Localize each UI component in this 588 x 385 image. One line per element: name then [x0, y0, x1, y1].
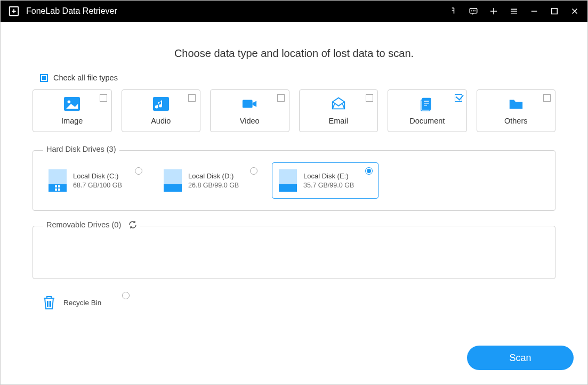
menu-icon[interactable] — [509, 6, 519, 17]
type-card-email[interactable]: Email — [299, 89, 378, 132]
svg-point-3 — [473, 11, 474, 11]
check-all-checkbox[interactable] — [40, 74, 48, 82]
recycle-bin-icon — [42, 294, 56, 311]
share-icon[interactable] — [448, 6, 458, 17]
recycle-bin-row[interactable]: Recycle Bin — [42, 294, 555, 311]
type-checkbox[interactable] — [366, 94, 373, 102]
title-right — [448, 6, 580, 17]
add-icon[interactable] — [488, 6, 499, 17]
removable-drives-label: Removable Drives (0) — [43, 220, 140, 229]
svg-point-4 — [475, 11, 476, 11]
type-checkbox[interactable] — [455, 94, 462, 102]
drive-radio[interactable] — [365, 167, 373, 175]
drive-radio[interactable] — [135, 167, 142, 175]
type-label: Email — [329, 117, 348, 125]
svg-rect-12 — [424, 103, 429, 103]
hard-drives-section: Hard Disk Drives (3) Local Disk (C:) 68.… — [33, 150, 555, 211]
svg-rect-18 — [58, 189, 60, 191]
scan-button[interactable]: Scan — [467, 346, 574, 370]
recycle-bin-label: Recycle Bin — [63, 299, 101, 307]
drive-icon — [279, 169, 297, 192]
audio-icon — [153, 96, 169, 111]
hard-drives-label-text: Hard Disk Drives (3) — [46, 145, 116, 153]
drive-name: Local Disk (C:) — [73, 172, 122, 180]
drive-name: Local Disk (E:) — [303, 172, 354, 180]
svg-rect-17 — [55, 189, 57, 191]
drive-card-e[interactable]: Local Disk (E:) 35.7 GB/99.0 GB — [272, 162, 378, 199]
type-label: Others — [504, 117, 528, 125]
titlebar: FoneLab Data Retriever — [1, 1, 587, 22]
type-label: Document — [409, 117, 445, 125]
svg-point-7 — [68, 100, 71, 103]
drive-icon — [164, 169, 182, 192]
type-card-video[interactable]: Video — [210, 89, 289, 132]
image-icon — [64, 96, 80, 111]
file-types-row: Image Audio Video Email — [33, 89, 555, 132]
type-card-document[interactable]: Document — [388, 89, 467, 132]
maximize-icon[interactable] — [549, 6, 560, 17]
drive-icon — [49, 169, 67, 192]
drive-name: Local Disk (D:) — [188, 172, 239, 180]
svg-point-2 — [472, 11, 472, 11]
feedback-icon[interactable] — [468, 6, 479, 17]
check-all-label: Check all file types — [53, 73, 118, 82]
type-card-image[interactable]: Image — [33, 89, 112, 132]
type-card-audio[interactable]: Audio — [122, 89, 201, 132]
svg-rect-15 — [55, 185, 57, 187]
refresh-icon[interactable] — [128, 220, 137, 229]
recycle-radio[interactable] — [122, 292, 130, 299]
removable-drives-section: Removable Drives (0) — [33, 226, 555, 279]
app-logo-icon — [8, 5, 20, 17]
type-label: Image — [61, 117, 83, 125]
document-icon — [419, 96, 435, 111]
email-icon — [331, 96, 347, 111]
type-checkbox[interactable] — [188, 94, 196, 102]
svg-rect-16 — [58, 185, 60, 187]
title-left: FoneLab Data Retriever — [8, 5, 117, 17]
drive-card-d[interactable]: Local Disk (D:) 26.8 GB/99.0 GB — [157, 162, 263, 199]
video-icon — [241, 96, 257, 111]
svg-rect-9 — [243, 100, 253, 108]
type-card-others[interactable]: Others — [477, 89, 556, 132]
svg-rect-11 — [424, 101, 429, 101]
svg-rect-13 — [424, 105, 428, 105]
type-label: Audio — [151, 117, 171, 125]
drive-size: 35.7 GB/99.0 GB — [303, 182, 354, 189]
svg-rect-5 — [552, 9, 558, 14]
type-label: Video — [240, 117, 260, 125]
page-heading: Choose data type and location of lost da… — [33, 47, 555, 60]
hard-drives-label: Hard Disk Drives (3) — [43, 145, 119, 153]
main-content: Choose data type and location of lost da… — [1, 22, 587, 322]
type-checkbox[interactable] — [277, 94, 285, 102]
type-checkbox[interactable] — [100, 94, 107, 102]
hard-drives-row: Local Disk (C:) 68.7 GB/100 GB Local Dis… — [42, 162, 546, 199]
removable-label-text: Removable Drives (0) — [46, 220, 121, 229]
drive-radio[interactable] — [250, 167, 257, 175]
folder-icon — [508, 96, 524, 111]
type-checkbox[interactable] — [543, 94, 551, 102]
app-title: FoneLab Data Retriever — [26, 6, 117, 16]
drive-size: 26.8 GB/99.0 GB — [188, 182, 239, 189]
check-all-row[interactable]: Check all file types — [40, 73, 555, 82]
drive-size: 68.7 GB/100 GB — [73, 182, 122, 189]
close-icon[interactable] — [569, 6, 580, 17]
drive-card-c[interactable]: Local Disk (C:) 68.7 GB/100 GB — [42, 162, 148, 199]
minimize-icon[interactable] — [529, 6, 539, 17]
